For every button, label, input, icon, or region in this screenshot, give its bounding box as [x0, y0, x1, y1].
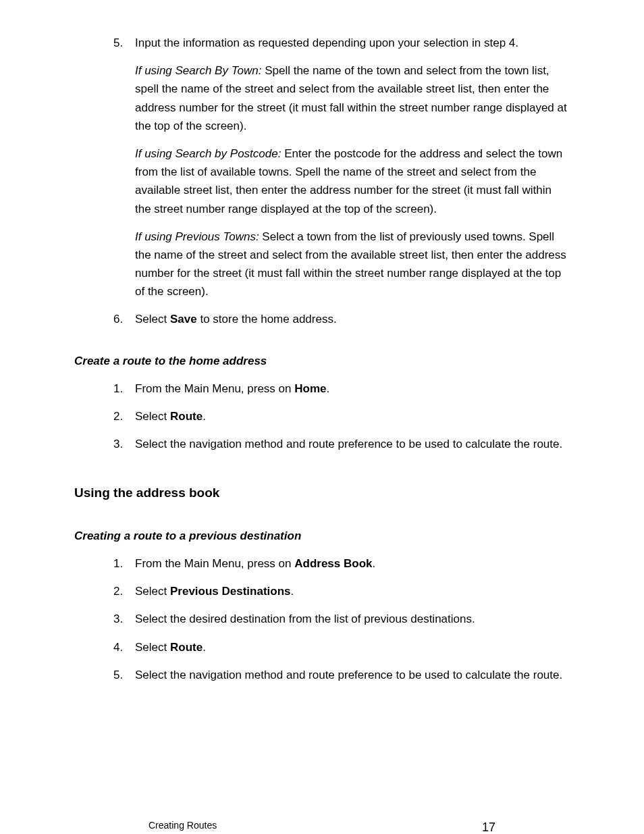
page-footer: Creating Routes 17	[149, 818, 495, 834]
list-number: 3.	[113, 435, 135, 453]
text-pre: From the Main Menu, press on	[135, 557, 294, 570]
list-body: From the Main Menu, press on Home.	[135, 380, 570, 398]
list-body: Select the navigation method and route p…	[135, 435, 570, 453]
list-number: 2.	[113, 582, 135, 600]
text-pre: From the Main Menu, press on	[135, 382, 294, 395]
subheading-previous-destination: Creating a route to a previous destinati…	[74, 527, 570, 545]
list-item: 4. Select Route.	[113, 638, 570, 656]
list-number: 5.	[113, 34, 135, 301]
label: If using Previous Towns:	[135, 230, 259, 243]
text-post: .	[291, 585, 294, 598]
text-post: .	[203, 410, 206, 423]
list-number: 3.	[113, 610, 135, 628]
list-body: Input the information as requested depen…	[135, 34, 570, 301]
list-body: Select Route.	[135, 407, 570, 425]
section-heading-address-book: Using the address book	[74, 483, 570, 503]
text-pre: Select	[135, 641, 170, 654]
footer-section-name: Creating Routes	[149, 818, 217, 834]
numbered-list-prev-dest: 1. From the Main Menu, press on Address …	[113, 554, 570, 684]
list-number: 1.	[113, 554, 135, 573]
label: If using Search by Postcode:	[135, 147, 281, 160]
numbered-list-home-route: 1. From the Main Menu, press on Home. 2.…	[113, 380, 570, 454]
list-number: 4.	[113, 638, 135, 656]
list-item: 1. From the Main Menu, press on Home.	[113, 380, 570, 398]
list-body: Select Route.	[135, 638, 570, 656]
list-item: 2. Select Previous Destinations.	[113, 582, 570, 600]
text-post: .	[372, 557, 375, 570]
text-pre: Select	[135, 313, 170, 325]
subheading-create-route-home: Create a route to the home address	[74, 352, 570, 370]
text-bold: Save	[170, 313, 197, 325]
text-post: .	[326, 382, 329, 395]
text-bold: Route	[170, 641, 203, 654]
text-post: .	[203, 641, 206, 654]
list-number: 5.	[113, 666, 135, 684]
page-number: 17	[482, 818, 495, 834]
text-bold: Route	[170, 410, 203, 423]
list-body: Select Previous Destinations.	[135, 582, 570, 600]
list-item: 3. Select the navigation method and rout…	[113, 435, 570, 453]
numbered-list-continued: 5. Input the information as requested de…	[113, 34, 570, 329]
text-bold: Home	[294, 382, 326, 395]
text-pre: Select	[135, 410, 170, 423]
text-bold: Address Book	[294, 557, 372, 570]
step-intro: Input the information as requested depen…	[135, 34, 570, 52]
list-body: From the Main Menu, press on Address Boo…	[135, 554, 570, 573]
list-item: 1. From the Main Menu, press on Address …	[113, 554, 570, 573]
list-item-5: 5. Input the information as requested de…	[113, 34, 570, 301]
list-number: 2.	[113, 407, 135, 425]
previous-towns-para: If using Previous Towns: Select a town f…	[135, 228, 570, 301]
text-bold: Previous Destinations	[170, 585, 291, 598]
list-number: 6.	[113, 310, 135, 328]
list-item: 2. Select Route.	[113, 407, 570, 425]
search-by-postcode-para: If using Search by Postcode: Enter the p…	[135, 145, 570, 218]
list-number: 1.	[113, 380, 135, 398]
list-item: 3. Select the desired destination from t…	[113, 610, 570, 628]
list-item-6: 6. Select Save to store the home address…	[113, 310, 570, 328]
list-body: Select Save to store the home address.	[135, 310, 570, 328]
list-body: Select the navigation method and route p…	[135, 666, 570, 684]
text-pre: Select	[135, 585, 170, 598]
list-item: 5. Select the navigation method and rout…	[113, 666, 570, 684]
list-body: Select the desired destination from the …	[135, 610, 570, 628]
text-post: to store the home address.	[197, 313, 337, 325]
search-by-town-para: If using Search By Town: Spell the name …	[135, 61, 570, 135]
label: If using Search By Town:	[135, 64, 261, 77]
